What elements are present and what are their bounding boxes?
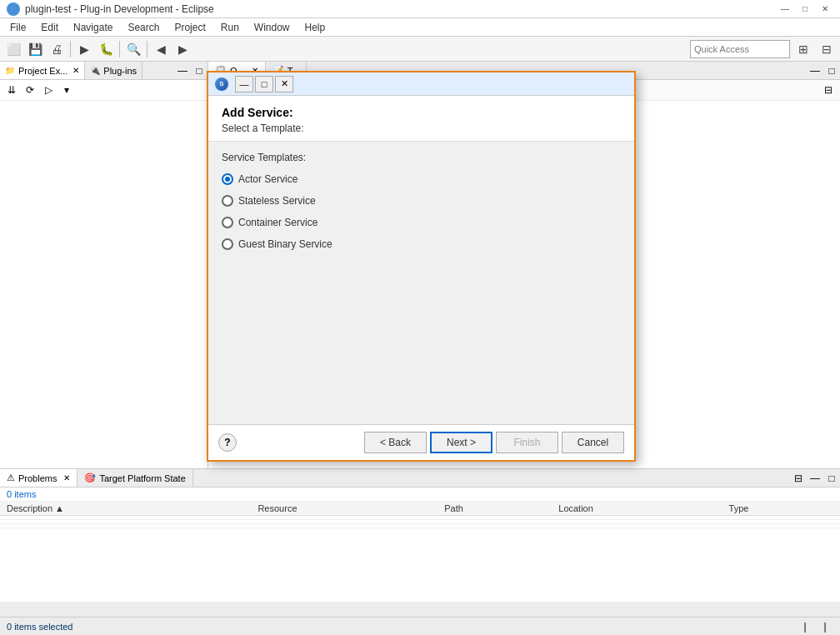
radio-stateless-input[interactable]	[222, 195, 233, 207]
radio-container-label: Container Service	[238, 217, 318, 228]
radio-stateless-service[interactable]: Stateless Service	[222, 195, 621, 207]
radio-stateless-label: Stateless Service	[238, 195, 316, 207]
next-button[interactable]: Next >	[430, 432, 492, 453]
radio-container-service[interactable]: Container Service	[222, 217, 621, 228]
dialog-overlay: S — □ ✕ Add Service: Select a Template: …	[0, 0, 840, 635]
dialog-title: Add Service:	[222, 106, 621, 119]
dialog-close-btn[interactable]: ✕	[275, 76, 293, 92]
dialog-title-bar: S — □ ✕	[208, 72, 634, 96]
dialog-footer: ? < Back Next > Finish Cancel	[208, 425, 634, 460]
dialog-minimize-btn[interactable]: —	[235, 76, 253, 92]
radio-container-input[interactable]	[222, 217, 233, 228]
radio-group: Actor Service Stateless Service Containe…	[222, 173, 621, 250]
finish-button[interactable]: Finish	[496, 432, 558, 453]
radio-actor-input[interactable]	[222, 173, 233, 185]
dialog-maximize-btn[interactable]: □	[255, 76, 273, 92]
cancel-button[interactable]: Cancel	[562, 432, 624, 453]
dialog-icon: S	[215, 78, 228, 91]
radio-guest-input[interactable]	[222, 238, 233, 250]
dialog-body: Service Templates: Actor Service Statele…	[208, 142, 634, 425]
dialog-subtitle: Select a Template:	[222, 122, 621, 134]
dialog-header: Add Service: Select a Template:	[208, 96, 634, 142]
add-service-dialog: S — □ ✕ Add Service: Select a Template: …	[207, 71, 636, 462]
radio-guest-label: Guest Binary Service	[238, 238, 332, 250]
radio-actor-label: Actor Service	[238, 173, 298, 185]
help-button[interactable]: ?	[218, 433, 237, 452]
back-button[interactable]: < Back	[364, 432, 427, 453]
radio-actor-service[interactable]: Actor Service	[222, 173, 621, 185]
radio-guest-binary-service[interactable]: Guest Binary Service	[222, 238, 621, 250]
radio-actor-dot	[225, 177, 230, 182]
section-title: Service Templates:	[222, 152, 621, 163]
